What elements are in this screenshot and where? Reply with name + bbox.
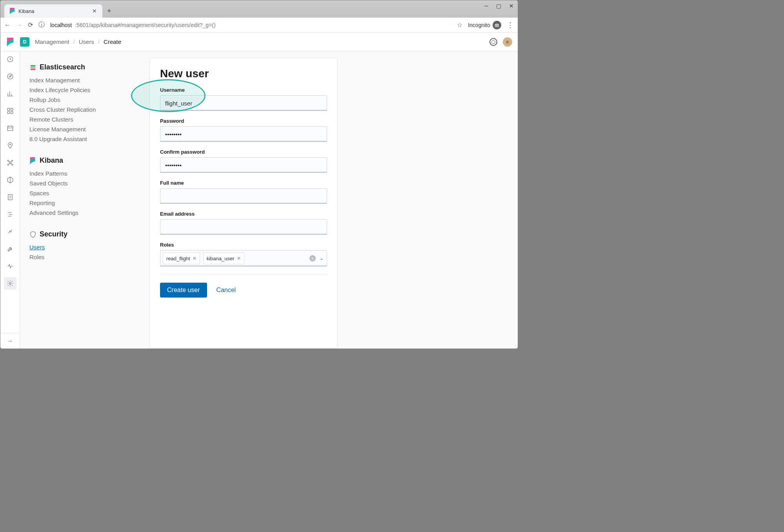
role-pill-label: kibana_user (207, 256, 235, 261)
role-remove-icon[interactable]: ✕ (193, 256, 196, 261)
cancel-button[interactable]: Cancel (216, 287, 236, 294)
timelion-icon[interactable] (4, 122, 16, 134)
kibana-favicon-icon (9, 8, 15, 14)
side-menu-group-title: Elasticsearch (29, 63, 128, 71)
roles-label: Roles (160, 242, 327, 248)
window-close-icon[interactable]: ✕ (509, 3, 514, 9)
svg-rect-5 (11, 108, 13, 110)
side-menu-item[interactable]: Index Management (29, 75, 128, 85)
roles-clear-icon[interactable]: ✕ (309, 255, 316, 261)
svg-point-0 (495, 25, 497, 27)
side-menu-item[interactable]: Rollup Jobs (29, 95, 128, 105)
side-menu-item[interactable]: Index Lifecycle Policies (29, 85, 128, 95)
collapse-nav-icon[interactable]: → (0, 333, 20, 349)
space-selector[interactable]: D (20, 37, 29, 47)
side-menu-item[interactable]: Saved Objects (29, 178, 128, 188)
svg-point-16 (9, 283, 11, 285)
browser-menu-icon[interactable]: ⋮ (507, 21, 514, 29)
monitoring-icon[interactable] (4, 260, 16, 272)
apm-icon[interactable] (4, 208, 16, 221)
logs-icon[interactable] (4, 191, 16, 203)
side-menu-item[interactable]: Index Patterns (29, 169, 128, 178)
confirm-password-input[interactable] (160, 157, 327, 173)
new-tab-icon[interactable]: + (107, 7, 111, 15)
infra-icon[interactable] (4, 174, 16, 186)
maps-icon[interactable] (4, 139, 16, 152)
role-pill[interactable]: read_flight✕ (163, 252, 200, 264)
incognito-indicator: Incognito (468, 21, 501, 29)
side-menu-item[interactable]: 8.0 Upgrade Assistant (29, 134, 128, 144)
fullname-input[interactable] (160, 188, 327, 204)
incognito-label: Incognito (468, 22, 490, 28)
nav-forward-icon: → (16, 22, 22, 29)
site-info-icon[interactable]: ⓘ (38, 21, 45, 29)
address-bar[interactable]: localhost:5601/app/kibana#/management/se… (50, 22, 451, 28)
svg-point-9 (9, 144, 11, 145)
side-menu-item[interactable]: Users (29, 242, 128, 252)
side-menu-item[interactable]: Spaces (29, 188, 128, 198)
chevron-down-icon[interactable]: ⌄ (320, 256, 324, 261)
tab-close-icon[interactable]: ✕ (91, 8, 98, 14)
recent-icon[interactable] (4, 53, 16, 65)
ml-icon[interactable] (4, 156, 16, 169)
browser-tab[interactable]: Kibana ✕ (4, 4, 102, 18)
role-remove-icon[interactable]: ✕ (237, 256, 241, 261)
svg-rect-6 (7, 112, 9, 114)
svg-point-1 (497, 25, 499, 27)
devtools-icon[interactable] (4, 243, 16, 255)
bookmark-star-icon[interactable]: ☆ (457, 21, 462, 29)
dashboard-icon[interactable] (4, 105, 16, 117)
breadcrumb-management[interactable]: Management (35, 38, 69, 45)
uptime-icon[interactable] (4, 225, 16, 238)
create-user-button[interactable]: Create user (160, 283, 207, 298)
side-menu-group-title: Kibana (29, 156, 128, 165)
svg-point-12 (11, 160, 13, 161)
nav-back-icon[interactable]: ← (4, 22, 11, 29)
breadcrumb-sep-icon: / (98, 38, 100, 45)
kibana-logo-icon[interactable] (6, 38, 15, 46)
management-icon[interactable] (4, 277, 16, 290)
side-menu-item[interactable]: Reporting (29, 198, 128, 208)
side-menu-item[interactable]: Roles (29, 252, 128, 262)
visualize-icon[interactable] (4, 87, 16, 100)
svg-point-3 (7, 74, 13, 79)
password-input[interactable] (160, 126, 327, 142)
window-maximize-icon[interactable]: ▢ (496, 3, 501, 9)
elasticsearch-icon (29, 64, 36, 71)
new-user-card: New user Username Password Confirm passw… (149, 58, 338, 349)
group-title-text: Elasticsearch (40, 63, 85, 71)
kibana-icon (29, 157, 36, 164)
role-pill-label: read_flight (166, 256, 190, 261)
svg-point-14 (11, 164, 13, 165)
incognito-icon (493, 21, 501, 29)
side-menu-item[interactable]: Advanced Settings (29, 208, 128, 218)
kibana-header: D Management / Users / Create e (0, 33, 518, 51)
browser-titlebar: Kibana ✕ + ─ ▢ ✕ (0, 0, 518, 18)
discover-icon[interactable] (4, 70, 16, 83)
role-pill[interactable]: kibana_user✕ (203, 252, 244, 264)
content-area: ElasticsearchIndex ManagementIndex Lifec… (20, 51, 518, 349)
username-input[interactable] (160, 95, 327, 111)
breadcrumb-users[interactable]: Users (79, 38, 94, 45)
svg-rect-8 (7, 126, 13, 131)
url-path: :5601/app/kibana#/management/security/us… (75, 22, 215, 28)
shield-icon (29, 231, 36, 238)
management-side-menu: ElasticsearchIndex ManagementIndex Lifec… (20, 51, 138, 349)
window-minimize-icon[interactable]: ─ (484, 3, 488, 9)
fullname-label: Full name (160, 180, 327, 186)
confirm-password-label: Confirm password (160, 149, 327, 155)
user-avatar[interactable]: e (503, 37, 512, 47)
browser-toolbar: ← → ⟳ ⓘ localhost:5601/app/kibana#/manag… (0, 18, 518, 33)
email-input[interactable] (160, 219, 327, 235)
nav-reload-icon[interactable]: ⟳ (28, 21, 33, 29)
form-title: New user (160, 67, 327, 80)
help-icon[interactable] (489, 38, 497, 46)
svg-rect-7 (11, 112, 13, 114)
side-menu-group-title: Security (29, 230, 128, 238)
roles-combobox[interactable]: read_flight✕kibana_user✕✕ ⌄ (160, 250, 327, 267)
side-menu-item[interactable]: Cross Cluster Replication (29, 105, 128, 114)
svg-point-11 (7, 160, 9, 161)
side-menu-item[interactable]: Remote Clusters (29, 114, 128, 124)
breadcrumb: Management / Users / Create (35, 38, 121, 45)
side-menu-item[interactable]: License Management (29, 124, 128, 134)
